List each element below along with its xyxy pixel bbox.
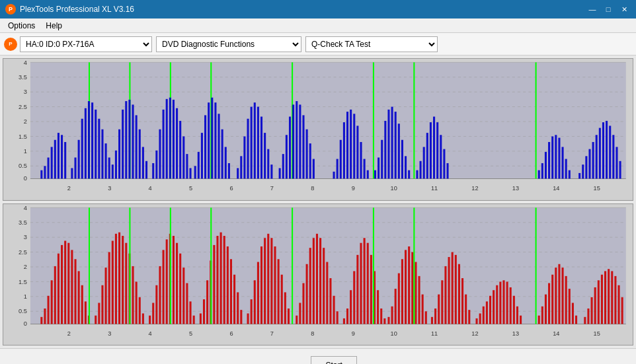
svg-text:7: 7 bbox=[270, 329, 274, 336]
svg-text:4: 4 bbox=[149, 184, 152, 191]
svg-rect-358 bbox=[569, 289, 571, 324]
svg-rect-155 bbox=[555, 135, 557, 178]
svg-rect-265 bbox=[237, 292, 239, 324]
svg-rect-110 bbox=[299, 104, 301, 178]
svg-text:4: 4 bbox=[149, 329, 152, 336]
svg-rect-115 bbox=[333, 172, 335, 179]
svg-rect-122 bbox=[356, 126, 358, 178]
svg-rect-38 bbox=[54, 140, 56, 179]
minimize-button[interactable]: — bbox=[586, 4, 599, 15]
svg-rect-225 bbox=[101, 285, 103, 324]
svg-rect-359 bbox=[572, 303, 574, 324]
svg-rect-357 bbox=[565, 275, 567, 324]
svg-rect-43 bbox=[71, 168, 73, 178]
svg-rect-147 bbox=[443, 149, 445, 179]
svg-text:0.5: 0.5 bbox=[19, 307, 27, 314]
svg-rect-90 bbox=[225, 147, 227, 178]
svg-rect-136 bbox=[405, 156, 407, 178]
svg-rect-285 bbox=[309, 248, 311, 324]
svg-rect-68 bbox=[152, 163, 154, 178]
svg-rect-291 bbox=[329, 278, 331, 324]
svg-rect-142 bbox=[426, 133, 428, 178]
main-area: 4 3.5 3 2.5 2 1.5 1 0.5 0 2 3 4 5 6 7 8 … bbox=[0, 55, 636, 348]
svg-rect-94 bbox=[243, 136, 245, 178]
svg-rect-362 bbox=[587, 308, 589, 323]
svg-rect-91 bbox=[228, 163, 230, 178]
svg-rect-168 bbox=[606, 121, 608, 179]
svg-rect-284 bbox=[306, 264, 308, 324]
menu-options[interactable]: Options bbox=[3, 20, 40, 32]
close-button[interactable]: ✕ bbox=[617, 4, 631, 15]
svg-rect-75 bbox=[176, 108, 178, 179]
svg-rect-96 bbox=[251, 107, 253, 179]
svg-rect-125 bbox=[367, 170, 369, 179]
svg-text:10: 10 bbox=[391, 184, 397, 191]
start-button[interactable]: Start bbox=[311, 356, 357, 365]
drive-dropdown[interactable]: HA:0 ID:0 PX-716A bbox=[20, 36, 152, 52]
test-dropdown[interactable]: Q-Check TA Test bbox=[305, 36, 438, 52]
svg-rect-300 bbox=[360, 242, 362, 324]
svg-rect-297 bbox=[350, 290, 352, 324]
svg-rect-275 bbox=[270, 238, 272, 324]
svg-rect-263 bbox=[230, 259, 232, 324]
svg-rect-367 bbox=[604, 271, 606, 324]
svg-rect-342 bbox=[502, 280, 504, 324]
svg-rect-318 bbox=[418, 275, 420, 324]
svg-rect-328 bbox=[452, 252, 454, 324]
svg-rect-127 bbox=[374, 170, 376, 179]
function-dropdown[interactable]: DVD Diagnostic Functions bbox=[156, 36, 301, 52]
svg-rect-69 bbox=[155, 151, 157, 179]
svg-rect-226 bbox=[105, 268, 107, 324]
svg-rect-109 bbox=[296, 101, 298, 178]
svg-rect-119 bbox=[346, 112, 348, 178]
svg-rect-150 bbox=[538, 170, 540, 179]
svg-rect-220 bbox=[85, 301, 87, 324]
svg-rect-354 bbox=[555, 268, 557, 324]
svg-rect-41 bbox=[64, 142, 66, 179]
menu-help[interactable]: Help bbox=[40, 20, 67, 32]
svg-rect-306 bbox=[380, 308, 382, 323]
svg-text:2: 2 bbox=[67, 184, 71, 191]
svg-rect-363 bbox=[591, 297, 593, 324]
svg-rect-61 bbox=[128, 100, 130, 179]
svg-rect-112 bbox=[306, 129, 308, 179]
svg-rect-171 bbox=[616, 147, 617, 178]
svg-rect-341 bbox=[499, 281, 501, 324]
svg-rect-314 bbox=[405, 250, 407, 324]
svg-text:0.5: 0.5 bbox=[19, 162, 27, 169]
svg-rect-64 bbox=[139, 129, 141, 179]
svg-rect-151 bbox=[541, 163, 543, 178]
svg-rect-368 bbox=[608, 269, 610, 324]
maximize-button[interactable]: □ bbox=[602, 4, 615, 15]
svg-rect-124 bbox=[364, 159, 366, 179]
svg-rect-331 bbox=[461, 278, 463, 324]
svg-rect-296 bbox=[346, 308, 348, 323]
svg-text:1: 1 bbox=[24, 147, 27, 155]
svg-rect-313 bbox=[401, 259, 403, 324]
svg-rect-258 bbox=[213, 244, 215, 324]
svg-rect-251 bbox=[190, 301, 192, 324]
svg-rect-85 bbox=[208, 102, 210, 178]
svg-rect-260 bbox=[220, 232, 222, 324]
svg-rect-73 bbox=[169, 98, 171, 179]
svg-rect-273 bbox=[264, 238, 266, 324]
svg-rect-289 bbox=[323, 248, 325, 324]
svg-rect-295 bbox=[343, 318, 345, 324]
svg-rect-207 bbox=[40, 316, 42, 324]
svg-text:5: 5 bbox=[189, 329, 192, 336]
svg-rect-121 bbox=[353, 114, 355, 178]
svg-rect-244 bbox=[166, 239, 168, 324]
svg-rect-338 bbox=[489, 295, 491, 324]
svg-rect-172 bbox=[619, 161, 621, 179]
window-controls: — □ ✕ bbox=[586, 4, 631, 15]
svg-text:1.5: 1.5 bbox=[19, 277, 27, 285]
svg-rect-320 bbox=[425, 311, 427, 324]
svg-rect-337 bbox=[486, 301, 488, 324]
svg-rect-160 bbox=[578, 173, 580, 179]
svg-rect-93 bbox=[240, 156, 242, 178]
svg-rect-132 bbox=[391, 107, 393, 179]
svg-rect-159 bbox=[569, 170, 571, 179]
svg-rect-113 bbox=[309, 143, 311, 178]
svg-rect-35 bbox=[44, 166, 46, 178]
svg-rect-305 bbox=[377, 290, 379, 324]
